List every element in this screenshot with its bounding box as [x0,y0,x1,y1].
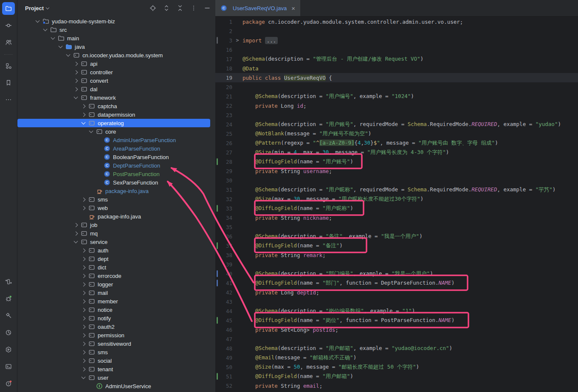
tree-item-member[interactable]: member [17,297,215,305]
code-line-22[interactable]: 22 private Long id; [215,101,578,110]
hide-icon[interactable] [203,4,211,12]
gutter-change-marker[interactable] [217,242,218,249]
code-line-20[interactable]: 20 [215,82,578,92]
chevron-right-icon[interactable] [81,325,85,328]
run-icon[interactable] [2,343,15,356]
tree-item-tenant[interactable]: tenant [17,365,215,373]
tree-item-adminuserservice[interactable]: IAdminUserService [17,382,215,390]
chevron-right-icon[interactable] [81,359,85,362]
tree-item-dal[interactable]: dal [17,85,215,93]
tree-item-oauth2[interactable]: oauth2 [17,322,215,331]
tree-item-sensitiveword[interactable]: sensitiveword [17,339,215,348]
code-line-1[interactable]: 1package cn.iocoder.yudao.module.system.… [215,17,578,26]
tree-item-core[interactable]: core [17,127,215,136]
code-line-33[interactable]: 33 @DiffLogField(name = "用户昵称") [215,204,578,213]
code-line-27[interactable]: 27 @Size(min = 4, max = 30, message = "用… [215,148,578,157]
chevron-right-icon[interactable] [81,317,85,320]
chevron-down-icon[interactable] [81,122,85,124]
code-line-40[interactable]: 40 @Schema(description = "部门编号", example… [215,269,578,278]
chevron-right-icon[interactable] [73,232,78,235]
tree-item-src[interactable]: src [17,25,215,34]
chevron-right-icon[interactable] [81,105,85,108]
tree-item-booleanparsefunction[interactable]: CBooleanParseFunction [17,153,215,161]
code-line-26[interactable]: 26 @Pattern(regexp = "^[a-zA-Z0-9]{4,30}… [215,138,578,148]
tree-item-areaparsefunction[interactable]: CAreaParseFunction [17,144,215,153]
chevron-down-icon[interactable] [43,29,47,31]
terminal-icon[interactable] [2,360,15,373]
editor-tab[interactable]: C UserSaveReqVO.java × [215,0,300,16]
code-line-30[interactable]: 30 [215,176,578,185]
collapse-all-icon[interactable] [176,4,184,12]
project-icon[interactable] [2,2,15,15]
chevron-right-icon[interactable] [81,249,85,252]
gutter-change-marker[interactable] [217,280,218,286]
gutter-change-marker[interactable] [217,270,218,277]
code-line-45[interactable]: 45 @DiffLogField(name = "岗位", function =… [215,316,578,325]
code-line-47[interactable]: 47 [215,334,578,344]
tree-item-captcha[interactable]: captcha [17,102,215,110]
tree-item-postparsefunction[interactable]: CPostParseFunction [17,170,215,178]
chevron-right-icon[interactable] [73,71,78,74]
code-line-35[interactable]: 35 [215,222,578,232]
tree-item-java[interactable]: java [17,42,215,51]
chevron-down-icon[interactable] [58,46,62,48]
code-line-50[interactable]: 50 @Size(max = 50, message = "邮箱长度不能超过 5… [215,362,578,372]
tree-item-framework[interactable]: framework [17,93,215,102]
locate-icon[interactable] [149,4,157,12]
code-line-29[interactable]: 29 private String username; [215,166,578,176]
tree-item-package-info-java[interactable]: package-info.java [17,212,215,221]
code-line-28[interactable]: 28 @DiffLogField(name = "用户账号") [215,157,578,166]
code-line-46[interactable]: 46 private Set<Long> postIds; [215,325,578,334]
code-line-41[interactable]: 41 @DiffLogField(name = "部门", function =… [215,278,578,288]
chevron-right-icon[interactable] [81,368,85,371]
gutter-change-marker[interactable] [217,317,218,324]
code-line-51[interactable]: 51 @DiffLogField(name = "用户邮箱") [215,372,578,381]
gutter-change-marker[interactable] [217,37,218,44]
tree-item-user[interactable]: user [17,373,215,382]
tree-item-sexparsefunction[interactable]: CSexParseFunction [17,178,215,187]
chevron-right-icon[interactable] [81,258,85,260]
chevron-right-icon[interactable] [81,342,85,345]
chevron-down-icon[interactable] [89,131,93,132]
tree-item-operatelog[interactable]: operatelog [17,119,210,127]
code-line-52[interactable]: 52 private String email; [215,381,578,390]
tree-item-sms[interactable]: sms [17,195,215,204]
pull-requests-icon[interactable] [2,36,15,49]
chevron-right-icon[interactable] [73,62,78,65]
gutter-change-marker[interactable] [217,158,218,165]
chevron-down-icon[interactable] [66,54,70,56]
kebab-icon[interactable] [190,4,197,12]
chevron-right-icon[interactable] [81,274,85,277]
tree-item-permission[interactable]: permission [17,331,215,339]
tree-item-cn-iocoder-yudao-module-system[interactable]: cn.iocoder.yudao.module.system [17,51,215,59]
tree-item-errorcode[interactable]: errorcode [17,272,215,280]
chevron-down-icon[interactable] [51,37,55,39]
gutter-change-marker[interactable] [217,205,218,212]
chevron-right-icon[interactable] [73,88,78,91]
chevron-down-icon[interactable] [73,241,78,243]
tree-item-package-info-java[interactable]: package-info.java [17,187,215,195]
chevron-down-icon[interactable] [46,6,49,9]
tree-item-dict[interactable]: dict [17,263,215,272]
tree-item-job[interactable]: job [17,221,215,229]
tree-item-auth[interactable]: auth [17,246,215,255]
code-line-18[interactable]: 18@Data [215,64,578,73]
chevron-right-icon[interactable] [81,207,85,210]
code-line-38[interactable]: 38 private String remark; [215,250,578,260]
tree-item-sms[interactable]: sms [17,348,215,356]
code-line-42[interactable]: 42 private Long deptId; [215,288,578,297]
problems-icon[interactable] [2,377,15,390]
close-icon[interactable]: × [291,5,295,11]
gutter-change-marker[interactable] [217,373,218,380]
tree-item-social[interactable]: social [17,356,215,365]
code-line-43[interactable]: 43 [215,297,578,306]
chevron-right-icon[interactable] [73,224,78,227]
tree-item-yudao-module-system-biz[interactable]: yudao-module-system-biz [17,17,215,25]
tree-item-logger[interactable]: logger [17,280,215,288]
code-line-3[interactable]: 3>import ... [215,36,578,45]
code-line-34[interactable]: 34 private String nickname; [215,213,578,222]
chevron-right-icon[interactable] [73,79,78,82]
code-line-37[interactable]: 37 @DiffLogField(name = "备注") [215,241,578,250]
build-icon[interactable] [2,309,15,322]
code-line-24[interactable]: 24 @Schema(description = "用户账号", require… [215,120,578,129]
